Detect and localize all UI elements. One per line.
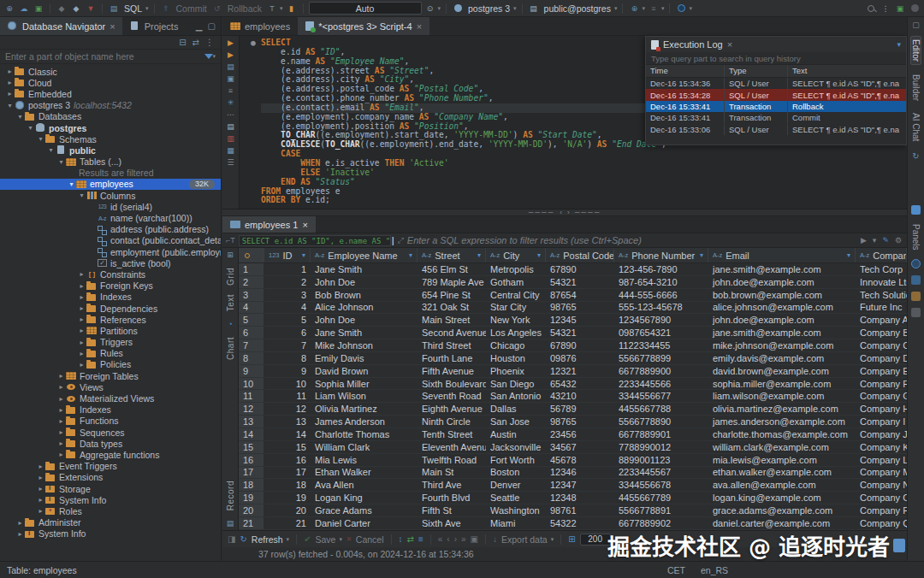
ai-assist-icon[interactable]: ✳: [228, 98, 234, 107]
sql-editor[interactable]: ▶ ▶ ▤ ▣ ≡ ✳ ⋯ ▤ ▥ ▦ ☰ ●SELECT e.id AS "I…: [222, 36, 907, 209]
tab-panels[interactable]: Panels: [911, 221, 921, 253]
save-filter-icon[interactable]: ✎: [882, 236, 889, 245]
close-icon[interactable]: ×: [302, 220, 307, 230]
layers-panel-icon[interactable]: [911, 308, 921, 317]
cell[interactable]: 87654: [546, 289, 614, 301]
apply-filter-icon[interactable]: ▶: [861, 236, 867, 245]
calendar-panel-icon[interactable]: [911, 275, 921, 285]
cell[interactable]: Miami: [486, 517, 546, 529]
table-row[interactable]: 1111Liam WilsonSeventh RoadSan Antonio43…: [239, 390, 907, 403]
cell[interactable]: 9: [264, 365, 311, 377]
refresh-panel-icon[interactable]: ↻: [912, 151, 919, 161]
table-row[interactable]: 77Mike JohnsonThird StreetChicago6789011…: [239, 339, 907, 352]
panel-record[interactable]: Record: [226, 481, 235, 510]
cell[interactable]: Charlotte Thomas: [311, 428, 418, 440]
tree-item-employees[interactable]: ▾employees32K: [0, 179, 221, 190]
cell[interactable]: james.anderson@example.com: [708, 416, 856, 428]
chevron-right-icon[interactable]: ▸: [77, 293, 86, 301]
tree-item-is-active-bool-[interactable]: is_active (bool): [0, 257, 221, 268]
connection-selector[interactable]: postgres 3: [468, 3, 510, 14]
execution-log-row[interactable]: Dec-16 15:33:41TransactionCommit: [646, 112, 906, 123]
cell[interactable]: logan.king@example.com: [708, 492, 856, 504]
tree-item-references[interactable]: ▸References: [0, 314, 221, 325]
chevron-right-icon[interactable]: ▸: [56, 372, 66, 380]
row-number[interactable]: 8: [239, 352, 264, 364]
cell[interactable]: Dallas: [486, 403, 546, 415]
terminal-icon[interactable]: ≡: [228, 86, 233, 95]
next-page-icon[interactable]: ›: [454, 534, 457, 544]
row-number[interactable]: 12: [239, 403, 264, 415]
cell[interactable]: Company G: [856, 390, 907, 402]
cell[interactable]: Company O: [856, 492, 907, 504]
cell[interactable]: 65432: [546, 378, 614, 390]
chevron-right-icon[interactable]: ▸: [77, 282, 86, 290]
chevron-right-icon[interactable]: ▸: [56, 451, 66, 458]
row-number[interactable]: 10: [239, 378, 264, 390]
cell[interactable]: 23456: [546, 428, 614, 440]
schema-selector[interactable]: public@postgres: [544, 3, 611, 14]
cell[interactable]: Twelfth Road: [418, 454, 486, 466]
cell[interactable]: Chicago: [486, 339, 546, 351]
cell[interactable]: 6677889901: [614, 428, 708, 440]
sort-toggle-icon[interactable]: ↕: [399, 534, 403, 544]
cell[interactable]: San Antonio: [486, 390, 546, 402]
cell[interactable]: Main St: [418, 467, 486, 479]
row-number[interactable]: 13: [239, 416, 264, 428]
cell[interactable]: ethan.walker@example.com: [708, 467, 856, 479]
cell[interactable]: James Anderson: [311, 416, 418, 428]
first-page-icon[interactable]: «: [438, 534, 443, 544]
cell[interactable]: Sixth Boulevard: [418, 378, 486, 390]
more-tools-icon[interactable]: ⋯: [227, 110, 234, 119]
chevron-down-icon[interactable]: ▾: [56, 158, 66, 166]
filter-dropdown-icon[interactable]: ▾: [212, 53, 216, 60]
overflow-kebab-icon[interactable]: ⋮: [880, 3, 891, 15]
cell[interactable]: 2233445566: [614, 378, 708, 390]
column-header-employee-name[interactable]: A-zEmployee Name▾: [311, 248, 418, 262]
cell[interactable]: mia.lewis@example.com: [708, 454, 856, 466]
fetch-all-icon[interactable]: ▣: [471, 534, 478, 544]
cell[interactable]: 4455667788: [614, 403, 708, 415]
cell[interactable]: 67890: [546, 263, 614, 275]
row-number[interactable]: 2: [239, 276, 264, 288]
security-shield-icon[interactable]: ▼: [85, 3, 97, 15]
chevron-right-icon[interactable]: ▸: [77, 350, 86, 357]
chevron-right-icon[interactable]: ▸: [77, 327, 86, 334]
row-number[interactable]: 5: [239, 314, 264, 326]
table-row[interactable]: 1313James AndersonNinth CircleSan Jose98…: [239, 416, 907, 428]
cell[interactable]: 555-123-45678: [614, 302, 708, 314]
sort-arrow-icon[interactable]: ▾: [409, 251, 412, 259]
cell[interactable]: jane.smith@example.com: [708, 327, 856, 339]
tree-item-dependencies[interactable]: ▸Dependencies: [0, 303, 221, 314]
cell[interactable]: Ethan Walker: [311, 467, 418, 479]
tab-results-employees-1[interactable]: employees 1 ×: [222, 216, 316, 233]
refresh-icon[interactable]: ↻: [240, 534, 246, 544]
open-folder-icon[interactable]: ▣: [33, 3, 44, 15]
cell[interactable]: San Jose: [486, 416, 546, 428]
cell[interactable]: 4455667789: [614, 492, 708, 504]
tree-item-id-serial4-[interactable]: id (serial4): [0, 201, 221, 212]
calc-panel-icon[interactable]: [911, 292, 921, 301]
cell[interactable]: 6677889902: [614, 517, 708, 529]
cell[interactable]: Metropolis: [486, 263, 546, 275]
execution-log-row[interactable]: Dec-16 15:34:28SQL / UserSELECT ¶ e.id A…: [646, 89, 906, 100]
cell[interactable]: 789 Maple Ave: [418, 276, 486, 288]
save-button[interactable]: Save: [316, 534, 336, 545]
globe-icon[interactable]: ⊕: [628, 3, 640, 15]
chevron-right-icon[interactable]: ▸: [15, 530, 25, 538]
cell[interactable]: 14: [264, 428, 311, 440]
chevron-right-icon[interactable]: ▸: [5, 68, 15, 75]
timezone-indicator[interactable]: CET: [667, 565, 685, 575]
new-window-icon[interactable]: ▣: [894, 3, 906, 15]
chevron-right-icon[interactable]: ▸: [36, 485, 45, 492]
tab-ai-chat[interactable]: AI Chat: [911, 110, 921, 144]
cell[interactable]: emily.davis@example.com: [708, 352, 856, 364]
tree-item-constraints[interactable]: ▸Constraints: [0, 268, 221, 280]
cell[interactable]: olivia.martinez@example.com: [708, 403, 856, 415]
cell[interactable]: 34567: [546, 441, 614, 453]
row-number[interactable]: 9: [239, 365, 264, 377]
tab-builder[interactable]: Builder: [911, 72, 921, 103]
clock-icon[interactable]: ⊙: [424, 3, 436, 15]
row-number[interactable]: 1: [239, 263, 264, 275]
filter-expression-input[interactable]: Enter a SQL expression to filter results…: [407, 235, 857, 245]
row-number[interactable]: 3: [239, 289, 264, 301]
